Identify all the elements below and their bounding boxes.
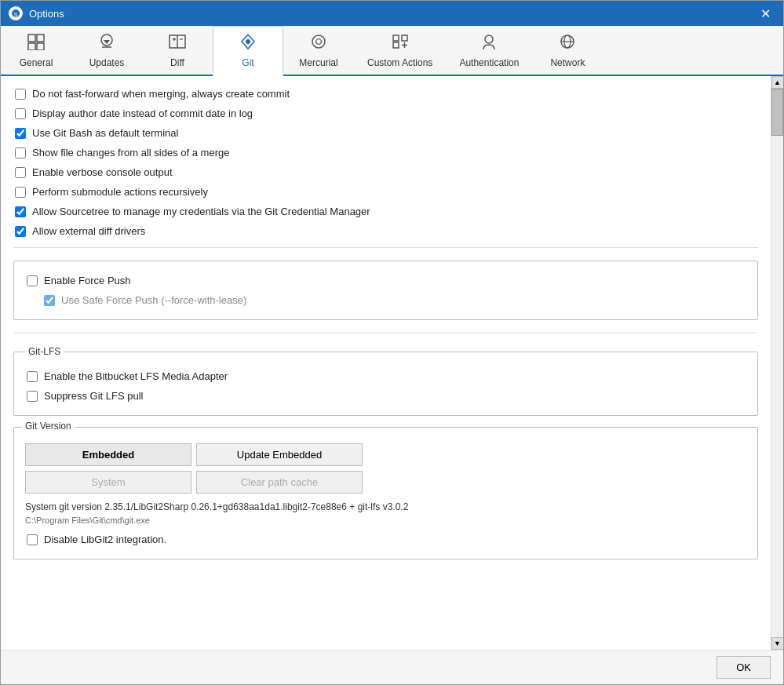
tab-authentication-label: Authentication bbox=[459, 57, 519, 68]
network-icon bbox=[558, 33, 577, 54]
safe-force-push-checkbox[interactable] bbox=[44, 295, 55, 306]
verbose-checkbox[interactable] bbox=[15, 167, 26, 178]
clear-path-cache-button[interactable]: Clear path cache bbox=[196, 471, 363, 494]
updates-icon bbox=[97, 33, 116, 54]
submodule-checkbox[interactable] bbox=[15, 187, 26, 198]
safe-force-push-row: Use Safe Force Push (--force-with-lease) bbox=[42, 290, 746, 310]
scrollbar[interactable]: ▲ ▼ bbox=[771, 76, 783, 650]
disable-libgit2-label: Disable LibGit2 integration. bbox=[44, 534, 166, 545]
git-bash-checkbox[interactable] bbox=[15, 128, 26, 139]
tab-updates[interactable]: Updates bbox=[71, 26, 142, 75]
checkbox-fast-forward: Do not fast-forward when merging, always… bbox=[13, 84, 758, 104]
suppress-lfs-checkbox[interactable] bbox=[27, 391, 38, 402]
checkbox-bitbucket-lfs: Enable the Bitbucket LFS Media Adapter bbox=[25, 366, 746, 386]
fast-forward-label: Do not fast-forward when merging, always… bbox=[32, 88, 290, 100]
author-date-checkbox[interactable] bbox=[15, 108, 26, 119]
options-dialog: S Options ✕ General bbox=[0, 0, 784, 685]
tab-custom-actions-label: Custom Actions bbox=[367, 57, 432, 68]
svg-point-21 bbox=[485, 35, 493, 43]
author-date-label: Display author date instead of commit da… bbox=[32, 107, 253, 119]
file-changes-label: Show file changes from all sides of a me… bbox=[32, 147, 229, 158]
tab-git[interactable]: Git bbox=[213, 26, 283, 76]
tab-updates-label: Updates bbox=[89, 57, 125, 68]
scroll-down-arrow[interactable]: ▼ bbox=[771, 637, 784, 650]
tab-git-label: Git bbox=[242, 57, 253, 68]
authentication-icon bbox=[480, 33, 498, 54]
scroll-track[interactable] bbox=[771, 89, 783, 637]
svg-rect-4 bbox=[28, 43, 35, 50]
checkbox-submodule: Perform submodule actions recursively bbox=[13, 182, 758, 202]
svg-point-14 bbox=[246, 39, 250, 44]
force-push-section: Enable Force Push Use Safe Force Push (-… bbox=[13, 261, 758, 320]
tab-network-label: Network bbox=[550, 57, 585, 68]
svg-point-15 bbox=[312, 35, 325, 48]
checkbox-git-bash: Use Git Bash as default terminal bbox=[13, 123, 758, 143]
checkbox-ext-diff: Allow external diff drivers bbox=[13, 221, 758, 241]
tab-network[interactable]: Network bbox=[532, 26, 603, 75]
checkbox-verbose: Enable verbose console output bbox=[13, 162, 758, 182]
git-icon bbox=[239, 33, 257, 54]
scroll-thumb[interactable] bbox=[771, 89, 783, 136]
svg-rect-17 bbox=[402, 35, 407, 41]
disable-libgit2-checkbox[interactable] bbox=[27, 534, 38, 545]
path-text: C:\Program Files\Git\cmd\git.exe bbox=[25, 516, 746, 525]
general-icon bbox=[27, 33, 46, 54]
divider-1 bbox=[13, 247, 758, 248]
checkbox-credential-manager: Allow Sourcetree to manage my credential… bbox=[13, 202, 758, 221]
scroll-up-arrow[interactable]: ▲ bbox=[771, 76, 784, 89]
ok-button[interactable]: OK bbox=[717, 656, 771, 679]
tab-mercurial[interactable]: Mercurial bbox=[283, 26, 354, 75]
svg-rect-18 bbox=[393, 42, 399, 48]
divider-2 bbox=[13, 333, 758, 333]
checkbox-force-push: Enable Force Push bbox=[25, 271, 746, 290]
tab-diff[interactable]: Diff bbox=[142, 26, 213, 75]
dialog-title: Options bbox=[29, 8, 755, 20]
force-push-checkbox[interactable] bbox=[27, 275, 38, 286]
title-bar: S Options ✕ bbox=[1, 1, 783, 26]
custom-actions-icon bbox=[391, 33, 410, 54]
tab-bar: General Updates bbox=[1, 26, 783, 76]
git-lfs-legend: Git-LFS bbox=[25, 346, 64, 357]
svg-rect-3 bbox=[37, 35, 44, 42]
system-button[interactable]: System bbox=[25, 471, 191, 494]
git-lfs-section: Git-LFS Enable the Bitbucket LFS Media A… bbox=[13, 346, 758, 416]
file-changes-checkbox[interactable] bbox=[15, 148, 26, 158]
checkbox-author-date: Display author date instead of commit da… bbox=[13, 104, 758, 123]
bitbucket-lfs-checkbox[interactable] bbox=[27, 371, 38, 382]
svg-marker-7 bbox=[104, 40, 110, 44]
tab-authentication[interactable]: Authentication bbox=[446, 26, 532, 75]
tab-general[interactable]: General bbox=[1, 26, 71, 75]
checkbox-safe-force-push: Use Safe Force Push (--force-with-lease) bbox=[42, 290, 746, 310]
embedded-button[interactable]: Embedded bbox=[25, 443, 191, 466]
git-bash-label: Use Git Bash as default terminal bbox=[32, 127, 178, 139]
svg-rect-5 bbox=[37, 43, 44, 50]
svg-rect-2 bbox=[28, 35, 35, 42]
tab-general-label: General bbox=[20, 57, 53, 68]
checkbox-file-changes: Show file changes from all sides of a me… bbox=[13, 143, 758, 162]
checkbox-disable-libgit2: Disable LibGit2 integration. bbox=[25, 530, 746, 549]
svg-rect-16 bbox=[393, 35, 399, 41]
checkbox-suppress-lfs: Suppress Git LFS pull bbox=[25, 386, 746, 406]
content-area: Do not fast-forward when merging, always… bbox=[1, 76, 783, 650]
git-settings-panel: Do not fast-forward when merging, always… bbox=[1, 76, 771, 650]
credential-manager-label: Allow Sourcetree to manage my credential… bbox=[32, 206, 370, 217]
suppress-lfs-label: Suppress Git LFS pull bbox=[44, 390, 143, 402]
git-version-buttons: Embedded Update Embedded System Clear pa… bbox=[25, 443, 363, 494]
force-push-label: Enable Force Push bbox=[44, 275, 131, 286]
git-version-section: Git Version Embedded Update Embedded Sys… bbox=[13, 427, 758, 559]
mercurial-icon bbox=[309, 33, 328, 54]
tab-diff-label: Diff bbox=[170, 57, 184, 68]
tab-mercurial-label: Mercurial bbox=[299, 57, 337, 68]
bottom-bar: OK bbox=[1, 650, 783, 684]
credential-manager-checkbox[interactable] bbox=[15, 206, 26, 217]
git-version-legend: Git Version bbox=[22, 421, 75, 432]
ext-diff-checkbox[interactable] bbox=[15, 226, 26, 237]
close-button[interactable]: ✕ bbox=[755, 3, 775, 24]
safe-force-push-label: Use Safe Force Push (--force-with-lease) bbox=[61, 294, 246, 306]
submodule-label: Perform submodule actions recursively bbox=[32, 186, 208, 198]
svg-text:S: S bbox=[13, 11, 17, 18]
bitbucket-lfs-label: Enable the Bitbucket LFS Media Adapter bbox=[44, 370, 228, 382]
fast-forward-checkbox[interactable] bbox=[15, 89, 26, 100]
update-embedded-button[interactable]: Update Embedded bbox=[196, 443, 363, 466]
tab-custom-actions[interactable]: Custom Actions bbox=[354, 26, 446, 75]
